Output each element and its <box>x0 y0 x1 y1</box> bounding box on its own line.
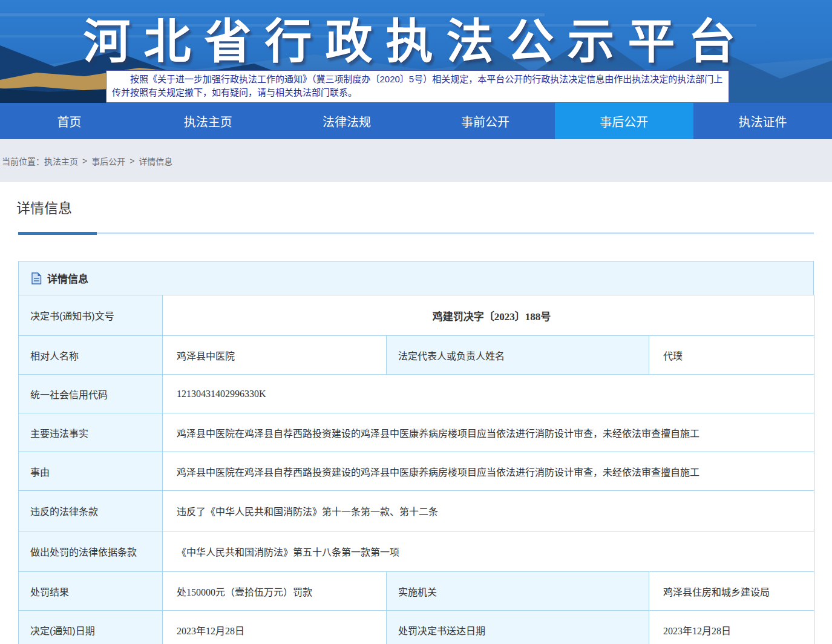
table-row: 违反的法律条款 违反了《中华人民共和国消防法》第十一条第一款、第十二条 <box>19 491 814 531</box>
violation-fact-label: 主要违法事实 <box>19 413 163 452</box>
enforcement-agency-value: 鸡泽县住房和城乡建设局 <box>649 572 814 611</box>
party-name-value: 鸡泽县中医院 <box>163 336 387 375</box>
violated-articles-label: 违反的法律条款 <box>19 491 163 531</box>
penalty-basis-value: 《中华人民共和国消防法》第五十八条第一款第一项 <box>163 531 814 572</box>
table-row: 决定(通知)日期 2023年12月28日 处罚决定书送达日期 2023年12月2… <box>19 611 814 644</box>
breadcrumb-link-post-disclosure[interactable]: 事后公开 <box>91 155 125 167</box>
breadcrumb-link-enforcement-home[interactable]: 执法主页 <box>44 155 78 167</box>
breadcrumb-current: 详情信息 <box>139 155 172 167</box>
decision-number-value: 鸡建罚决字〔2023〕188号 <box>163 295 814 336</box>
document-icon <box>31 272 42 284</box>
nav-item-post-disclosure[interactable]: 事后公开 <box>555 103 693 139</box>
table-row: 主要违法事实 鸡泽县中医院在鸡泽县自荐西路投资建设的鸡泽县中医康养病房楼项目应当… <box>19 413 814 452</box>
breadcrumb-separator: > <box>129 156 134 166</box>
cause-value: 鸡泽县中医院在鸡泽县自荐西路投资建设的鸡泽县中医康养病房楼项目应当依法进行消防设… <box>163 452 814 491</box>
panel-header: 详情信息 <box>18 261 814 295</box>
nav-item-enforcement-home[interactable]: 执法主页 <box>139 103 277 139</box>
delivery-date-label: 处罚决定书送达日期 <box>387 611 649 644</box>
main-content: 详情信息 详情信息 决定书(通知书)文号 鸡建罚决字〔2023〕188号 <box>0 197 832 644</box>
legal-representative-value: 代璞 <box>649 336 814 375</box>
breadcrumb: 当前位置： 执法主页 > 事后公开 > 详情信息 <box>0 139 832 182</box>
main-nav: 首页 执法主页 法律法规 事前公开 事后公开 执法证件 <box>0 103 832 139</box>
page-title: 详情信息 <box>16 197 814 217</box>
cause-label: 事由 <box>19 452 163 491</box>
violation-fact-value: 鸡泽县中医院在鸡泽县自荐西路投资建设的鸡泽县中医康养病房楼项目应当依法进行消防设… <box>163 413 814 452</box>
notice-box: 按照《关于进一步加强行政执法工作的通知》（冀三项制度办〔2020〕5号）相关规定… <box>106 70 729 103</box>
decision-number-label: 决定书(通知书)文号 <box>19 295 163 336</box>
nav-item-home[interactable]: 首页 <box>0 103 139 139</box>
table-row: 决定书(通知书)文号 鸡建罚决字〔2023〕188号 <box>19 295 814 336</box>
breadcrumb-separator: > <box>82 156 87 166</box>
decision-date-label: 决定(通知)日期 <box>19 611 163 644</box>
penalty-basis-label: 做出处罚的法律依据条款 <box>19 531 163 572</box>
violated-articles-value: 违反了《中华人民共和国消防法》第十一条第一款、第十二条 <box>163 491 814 531</box>
site-banner: 河北省行政执法公示平台 按照《关于进一步加强行政执法工作的通知》（冀三项制度办〔… <box>0 0 832 103</box>
table-row: 处罚结果 处150000元（壹拾伍万元）罚款 实施机关 鸡泽县住房和城乡建设局 <box>19 572 814 611</box>
detail-table: 决定书(通知书)文号 鸡建罚决字〔2023〕188号 相对人名称 鸡泽县中医院 … <box>18 295 814 644</box>
notice-text: 按照《关于进一步加强行政执法工作的通知》（冀三项制度办〔2020〕5号）相关规定… <box>112 73 723 99</box>
nav-item-pre-disclosure[interactable]: 事前公开 <box>416 103 555 139</box>
table-row: 统一社会信用代码 12130431402996330K <box>19 375 814 413</box>
table-row: 做出处罚的法律依据条款 《中华人民共和国消防法》第五十八条第一款第一项 <box>19 531 814 572</box>
party-name-label: 相对人名称 <box>19 336 163 375</box>
penalty-result-label: 处罚结果 <box>19 572 163 611</box>
penalty-result-value: 处150000元（壹拾伍万元）罚款 <box>163 572 387 611</box>
nav-item-laws[interactable]: 法律法规 <box>277 103 416 139</box>
table-row: 事由 鸡泽县中医院在鸡泽县自荐西路投资建设的鸡泽县中医康养病房楼项目应当依法进行… <box>19 452 814 491</box>
title-underline <box>18 232 814 235</box>
delivery-date-value: 2023年12月28日 <box>649 611 814 644</box>
decision-date-value: 2023年12月28日 <box>163 611 387 644</box>
breadcrumb-prefix: 当前位置： <box>2 155 44 167</box>
panel-header-title: 详情信息 <box>47 271 88 286</box>
nav-item-certificates[interactable]: 执法证件 <box>693 103 832 139</box>
table-row: 相对人名称 鸡泽县中医院 法定代表人或负责人姓名 代璞 <box>19 336 814 375</box>
credit-code-label: 统一社会信用代码 <box>19 375 163 413</box>
legal-representative-label: 法定代表人或负责人姓名 <box>387 336 649 375</box>
credit-code-value: 12130431402996330K <box>163 375 814 413</box>
detail-panel: 详情信息 决定书(通知书)文号 鸡建罚决字〔2023〕188号 相对人名称 鸡泽… <box>18 261 814 644</box>
site-title: 河北省行政执法公示平台 <box>0 4 832 71</box>
enforcement-agency-label: 实施机关 <box>387 572 649 611</box>
